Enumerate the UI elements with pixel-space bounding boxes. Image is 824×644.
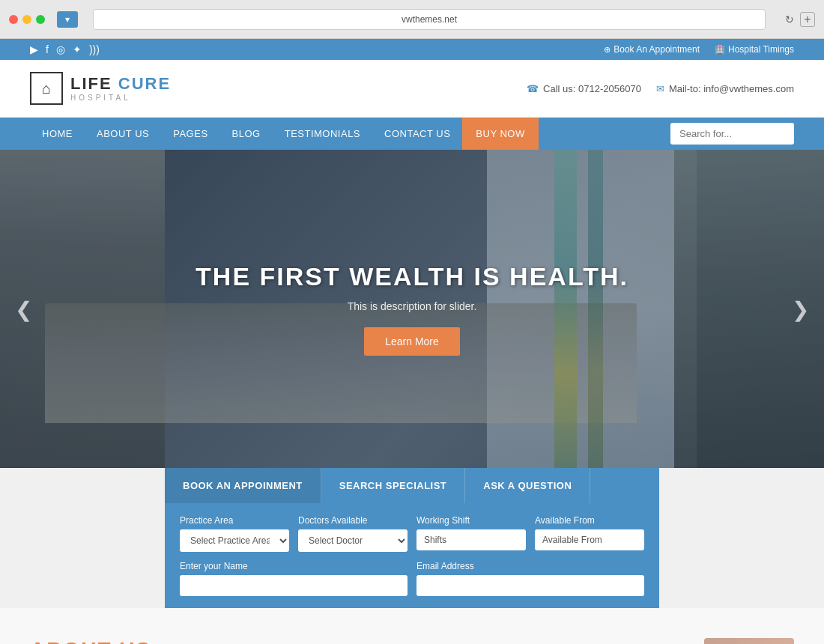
- logo-icon: ⌂: [30, 72, 63, 105]
- about-section: ABOUT US Lorem Ipsum is simply dummy tex…: [0, 608, 824, 644]
- shift-label: Working Shift: [416, 515, 526, 526]
- nav-about[interactable]: ABOUT US: [85, 118, 161, 150]
- nav-buy-now[interactable]: BUY NOW: [462, 118, 538, 150]
- hero-content: THE FIRST WEALTH IS HEALTH. This is desc…: [0, 150, 824, 468]
- hero-slider: THE FIRST WEALTH IS HEALTH. This is desc…: [0, 150, 824, 468]
- appointment-form-row2: Enter your Name Email Address: [165, 561, 659, 608]
- rss-icon[interactable]: ))): [89, 43, 100, 55]
- tab-ask-question[interactable]: ASK A QUESTION: [465, 468, 590, 503]
- doctors-select[interactable]: Select Doctor: [298, 529, 408, 552]
- refresh-button[interactable]: ↻: [785, 13, 794, 25]
- practice-area-group: Practice Area Select Practice Area: [180, 515, 289, 552]
- hero-title: THE FIRST WEALTH IS HEALTH.: [196, 262, 628, 291]
- header-contacts: ☎ Call us: 0712-2056070 ✉ Mail-to: info@…: [527, 83, 794, 94]
- new-tab-button[interactable]: +: [800, 12, 815, 27]
- nav-search: [670, 123, 794, 145]
- appointment-form-row1: Practice Area Select Practice Area Docto…: [165, 503, 659, 561]
- nav-testimonials[interactable]: TESTIMONIALS: [273, 118, 372, 150]
- practice-area-select[interactable]: Select Practice Area: [180, 529, 289, 552]
- phone-contact: ☎ Call us: 0712-2056070: [527, 83, 641, 94]
- nav-blog[interactable]: BLOG: [220, 118, 273, 150]
- learn-more-button[interactable]: Learn More: [364, 327, 460, 356]
- email-icon: ✉: [656, 83, 664, 94]
- doctors-label: Doctors Available: [298, 515, 408, 526]
- email-group: Email Address: [416, 561, 644, 596]
- close-button[interactable]: [9, 15, 18, 24]
- about-title: ABOUT US: [30, 638, 682, 644]
- appointment-box: BOOK AN APPOINMENT SEARCH SPECIALIST ASK…: [165, 468, 659, 608]
- tab-book-appointment[interactable]: BOOK AN APPOINMENT: [165, 468, 321, 503]
- logo-life: LIFE: [70, 74, 112, 93]
- dropdown-button[interactable]: ▾: [57, 11, 78, 28]
- logo-cure: CURE: [112, 74, 171, 93]
- practice-area-label: Practice Area: [180, 515, 289, 526]
- header: ⌂ LIFE CURE HOSPITAL ☎ Call us: 0712-205…: [0, 60, 824, 118]
- hospital-icon: 🏥: [715, 45, 725, 55]
- search-input[interactable]: [670, 123, 794, 145]
- hospital-timings-link[interactable]: 🏥 Hospital Timings: [715, 44, 794, 55]
- email-input[interactable]: [416, 575, 644, 596]
- top-bar-links: ⊕ Book An Appointment 🏥 Hospital Timings: [604, 44, 794, 55]
- twitter-icon[interactable]: ✦: [73, 43, 82, 55]
- available-group: Available From Available From: [535, 515, 644, 552]
- nav-pages[interactable]: PAGES: [161, 118, 219, 150]
- facebook-icon[interactable]: f: [46, 43, 49, 55]
- slider-prev-button[interactable]: ❮: [15, 297, 32, 321]
- available-input[interactable]: Available From: [535, 529, 644, 550]
- address-bar[interactable]: vwthemes.net: [93, 9, 766, 30]
- available-label: Available From: [535, 515, 644, 526]
- social-links: ▶ f ◎ ✦ ))): [30, 43, 100, 55]
- name-input[interactable]: [180, 575, 408, 596]
- doctors-group: Doctors Available Select Doctor: [298, 515, 408, 552]
- top-bar: ▶ f ◎ ✦ ))) ⊕ Book An Appointment 🏥 Hosp…: [0, 39, 824, 60]
- email-label: Email Address: [416, 561, 644, 571]
- browser-chrome: ▾ vwthemes.net ↻ +: [0, 0, 824, 39]
- name-label: Enter your Name: [180, 561, 408, 571]
- maximize-button[interactable]: [36, 15, 45, 24]
- hero-description: This is description for slider.: [348, 300, 477, 312]
- email-contact: ✉ Mail-to: info@vwthemes.com: [656, 83, 794, 94]
- website: ▶ f ◎ ✦ ))) ⊕ Book An Appointment 🏥 Hosp…: [0, 39, 824, 644]
- main-nav: HOME ABOUT US PAGES BLOG TESTIMONIALS CO…: [0, 118, 824, 150]
- appointment-icon: ⊕: [604, 45, 611, 55]
- instagram-icon[interactable]: ◎: [56, 43, 65, 55]
- nav-home[interactable]: HOME: [30, 118, 85, 150]
- logo-text: LIFE CURE HOSPITAL: [70, 74, 171, 103]
- logo-hospital: HOSPITAL: [70, 94, 171, 103]
- youtube-icon[interactable]: ▶: [30, 43, 38, 55]
- phone-icon: ☎: [527, 83, 539, 94]
- minimize-button[interactable]: [22, 15, 31, 24]
- name-group: Enter your Name: [180, 561, 408, 596]
- nav-contact[interactable]: CONTACT US: [372, 118, 462, 150]
- shift-input[interactable]: Shifts: [416, 529, 526, 550]
- book-appointment-link[interactable]: ⊕ Book An Appointment: [604, 44, 700, 55]
- traffic-lights: [9, 15, 45, 24]
- shift-group: Working Shift Shifts: [416, 515, 526, 552]
- about-text: ABOUT US Lorem Ipsum is simply dummy tex…: [30, 638, 682, 644]
- appointment-tabs: BOOK AN APPOINMENT SEARCH SPECIALIST ASK…: [165, 468, 659, 503]
- logo[interactable]: ⌂ LIFE CURE HOSPITAL: [30, 72, 171, 105]
- slider-next-button[interactable]: ❯: [792, 297, 809, 321]
- appointment-section: BOOK AN APPOINMENT SEARCH SPECIALIST ASK…: [0, 468, 824, 608]
- about-image: [704, 638, 794, 644]
- tab-search-specialist[interactable]: SEARCH SPECIALIST: [321, 468, 466, 503]
